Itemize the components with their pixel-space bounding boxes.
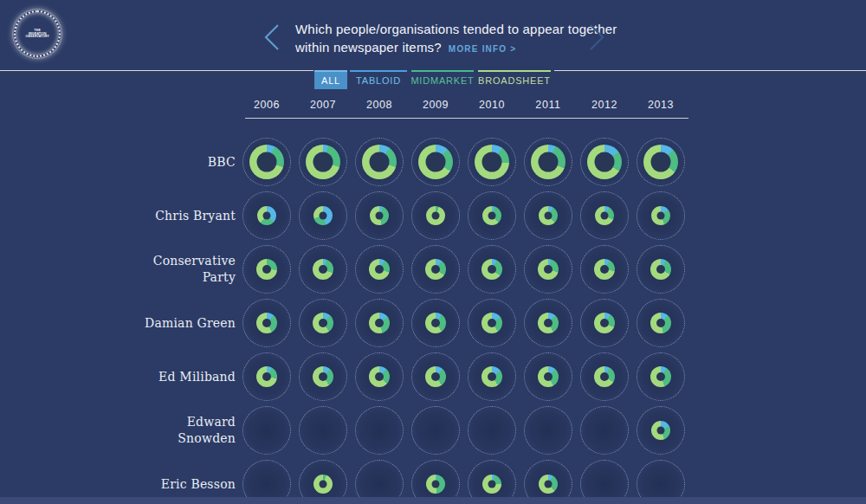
donut-chart [425,259,446,280]
donut-chart [426,475,445,494]
previous-question-arrow-icon[interactable] [261,23,283,52]
cell-circle[interactable] [524,138,572,186]
donut-chart [482,206,501,225]
row-label: Chris Bryant [126,190,236,242]
donut-chart [369,259,390,280]
cell-circle[interactable] [299,191,347,240]
donut-chart [257,206,276,225]
row-label: Edward Snowden [126,404,236,456]
cell-circle[interactable] [411,352,460,401]
cell-circle[interactable] [411,245,460,294]
donut-chart [587,145,622,179]
question-line2: within newspaper items? [295,40,442,55]
tab-all[interactable]: ALL [314,70,347,89]
cell-circle[interactable] [637,138,685,186]
row-label: Damian Green [126,297,236,349]
next-question-arrow-icon[interactable] [585,23,608,52]
cell-circle[interactable] [524,191,572,240]
cell-circle[interactable] [242,352,291,401]
cell-circle[interactable] [580,245,629,294]
cell-circle[interactable] [411,299,460,347]
header-divider-left [0,70,313,71]
donut-chart [481,259,502,280]
cell-circle[interactable] [242,138,291,186]
cell-circle[interactable] [299,299,347,347]
cell-circle[interactable] [524,352,572,401]
cell-circle[interactable] [355,299,404,347]
tab-midmarket[interactable]: MIDMARKET [411,70,474,89]
cell-circle[interactable] [355,352,404,401]
cell-circle[interactable] [468,245,516,294]
cell-circle[interactable] [242,191,291,240]
cell-circle[interactable] [524,245,572,294]
cell-circle[interactable] [468,191,516,240]
donut-chart [643,145,678,179]
cell-circle[interactable] [299,245,347,294]
donut-chart [256,259,277,280]
year-label-2009: 2009 [410,99,462,111]
question-line2-wrap: within newspaper items?MORE INFO > [295,38,617,58]
cell-circle[interactable] [411,406,460,455]
donut-chart [249,145,284,179]
donut-chart [538,366,559,387]
cell-circle[interactable] [580,299,629,347]
cell-circle[interactable] [580,191,629,240]
cell-circle[interactable] [637,191,685,240]
donut-chart [594,259,615,280]
donut-chart [538,313,559,333]
donut-chart [539,475,558,494]
logo-text: THE MIGRATION OBSERVATORY [25,29,48,39]
donut-chart [531,145,565,179]
cell-circle[interactable] [580,352,629,401]
donut-chart [313,366,333,387]
cell-circle[interactable] [411,191,460,240]
donut-chart [482,475,501,494]
row-label: BBC [126,136,236,188]
cell-circle[interactable] [524,299,572,347]
cell-circle[interactable] [299,138,347,186]
cell-circle[interactable] [524,406,572,455]
cell-circle[interactable] [411,138,460,186]
cell-circle[interactable] [299,352,347,401]
donut-chart [306,145,340,179]
cell-circle[interactable] [468,299,516,347]
cell-circle[interactable] [580,406,629,455]
donut-chart [426,206,445,225]
donut-chart [313,313,333,333]
donut-chart [538,259,559,280]
donut-chart [650,313,671,333]
cell-circle[interactable] [355,245,404,294]
tab-broadsheet[interactable]: BROADSHEET [478,70,551,89]
year-label-2013: 2013 [635,99,687,111]
donut-chart [369,313,390,333]
donut-chart [650,259,671,280]
cell-circle[interactable] [355,138,404,186]
year-label-2012: 2012 [578,99,630,111]
migration-observatory-logo[interactable]: THE MIGRATION OBSERVATORY [14,10,61,57]
donut-chart [651,206,670,225]
cell-circle[interactable] [299,406,347,455]
bottom-bar [0,497,866,504]
donut-chart [313,206,333,225]
cell-circle[interactable] [242,245,291,294]
cell-circle[interactable] [242,406,291,455]
cell-circle[interactable] [468,352,516,401]
cell-circle[interactable] [468,138,516,186]
cell-circle[interactable] [355,406,404,455]
more-info-link[interactable]: MORE INFO > [449,44,516,54]
cell-circle[interactable] [468,406,516,455]
cell-circle[interactable] [580,138,629,186]
cell-circle[interactable] [637,406,685,455]
donut-chart [539,206,558,225]
donut-chart [425,366,446,387]
year-label-2008: 2008 [353,99,405,111]
cell-circle[interactable] [637,245,685,294]
cell-circle[interactable] [242,299,291,347]
donut-chart [595,206,614,225]
cell-circle[interactable] [637,352,685,401]
cell-circle[interactable] [637,299,685,347]
donut-chart [481,366,502,387]
question-line1: Which people/organisations tended to app… [295,20,617,38]
cell-circle[interactable] [355,191,404,240]
tab-tabloid[interactable]: TABLOID [350,70,407,89]
